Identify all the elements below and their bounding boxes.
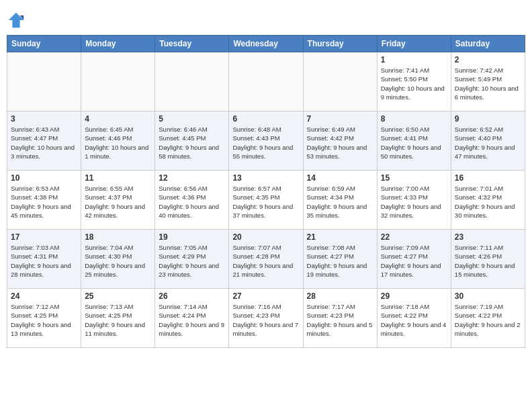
day-info: Sunrise: 6:45 AM Sunset: 4:46 PM Dayligh… — [85, 125, 151, 161]
day-info: Sunrise: 6:50 AM Sunset: 4:41 PM Dayligh… — [381, 125, 447, 161]
day-number: 21 — [307, 232, 373, 242]
week-row-4: 17Sunrise: 7:03 AM Sunset: 4:31 PM Dayli… — [7, 230, 525, 289]
day-info: Sunrise: 7:00 AM Sunset: 4:33 PM Dayligh… — [381, 184, 447, 220]
day-number: 15 — [381, 173, 447, 183]
logo — [7, 11, 28, 30]
day-number: 30 — [455, 291, 521, 301]
day-cell: 19Sunrise: 7:05 AM Sunset: 4:29 PM Dayli… — [155, 230, 229, 289]
day-number: 4 — [85, 114, 151, 124]
day-info: Sunrise: 7:08 AM Sunset: 4:27 PM Dayligh… — [307, 243, 373, 279]
day-cell — [155, 52, 229, 111]
day-info: Sunrise: 7:18 AM Sunset: 4:22 PM Dayligh… — [381, 302, 447, 338]
day-info: Sunrise: 7:16 AM Sunset: 4:23 PM Dayligh… — [232, 302, 299, 338]
day-number: 18 — [85, 232, 151, 242]
day-number: 14 — [307, 173, 373, 183]
day-cell: 5Sunrise: 6:46 AM Sunset: 4:45 PM Daylig… — [155, 111, 229, 171]
calendar: SundayMondayTuesdayWednesdayThursdayFrid… — [7, 35, 525, 348]
day-cell: 27Sunrise: 7:16 AM Sunset: 4:23 PM Dayli… — [229, 289, 303, 348]
day-number: 2 — [455, 55, 521, 64]
day-info: Sunrise: 6:46 AM Sunset: 4:45 PM Dayligh… — [159, 125, 225, 161]
week-row-1: 1Sunrise: 7:41 AM Sunset: 5:50 PM Daylig… — [7, 52, 525, 111]
weekday-header-friday: Friday — [377, 36, 451, 52]
day-cell: 12Sunrise: 6:56 AM Sunset: 4:36 PM Dayli… — [155, 171, 229, 230]
week-row-3: 10Sunrise: 6:53 AM Sunset: 4:38 PM Dayli… — [7, 171, 525, 230]
week-row-5: 24Sunrise: 7:12 AM Sunset: 4:25 PM Dayli… — [7, 289, 525, 348]
day-number: 20 — [232, 232, 299, 242]
day-number: 8 — [381, 114, 447, 124]
day-info: Sunrise: 6:59 AM Sunset: 4:34 PM Dayligh… — [307, 184, 373, 220]
day-info: Sunrise: 7:09 AM Sunset: 4:27 PM Dayligh… — [381, 243, 447, 279]
day-cell: 8Sunrise: 6:50 AM Sunset: 4:41 PM Daylig… — [377, 111, 451, 171]
day-cell: 3Sunrise: 6:43 AM Sunset: 4:47 PM Daylig… — [7, 111, 81, 171]
weekday-header-sunday: Sunday — [7, 36, 81, 52]
day-cell: 26Sunrise: 7:14 AM Sunset: 4:24 PM Dayli… — [155, 289, 229, 348]
day-cell: 14Sunrise: 6:59 AM Sunset: 4:34 PM Dayli… — [303, 171, 377, 230]
day-info: Sunrise: 6:49 AM Sunset: 4:42 PM Dayligh… — [307, 125, 373, 161]
day-number: 19 — [159, 232, 225, 242]
day-cell: 13Sunrise: 6:57 AM Sunset: 4:35 PM Dayli… — [229, 171, 303, 230]
day-cell: 28Sunrise: 7:17 AM Sunset: 4:23 PM Dayli… — [303, 289, 377, 348]
day-number: 22 — [381, 232, 447, 242]
day-info: Sunrise: 7:01 AM Sunset: 4:32 PM Dayligh… — [455, 184, 521, 220]
weekday-header-thursday: Thursday — [303, 36, 377, 52]
weekday-header-monday: Monday — [81, 36, 155, 52]
day-cell: 25Sunrise: 7:13 AM Sunset: 4:25 PM Dayli… — [81, 289, 155, 348]
day-number: 17 — [11, 232, 77, 242]
day-cell — [81, 52, 155, 111]
day-number: 12 — [159, 173, 225, 183]
day-cell: 16Sunrise: 7:01 AM Sunset: 4:32 PM Dayli… — [451, 171, 525, 230]
day-cell: 17Sunrise: 7:03 AM Sunset: 4:31 PM Dayli… — [7, 230, 81, 289]
weekday-header-wednesday: Wednesday — [229, 36, 303, 52]
page-header — [7, 7, 525, 30]
weekday-header-tuesday: Tuesday — [155, 36, 229, 52]
day-cell — [229, 52, 303, 111]
day-cell — [303, 52, 377, 111]
week-row-2: 3Sunrise: 6:43 AM Sunset: 4:47 PM Daylig… — [7, 111, 525, 171]
day-cell: 15Sunrise: 7:00 AM Sunset: 4:33 PM Dayli… — [377, 171, 451, 230]
day-cell: 11Sunrise: 6:55 AM Sunset: 4:37 PM Dayli… — [81, 171, 155, 230]
day-number: 24 — [11, 291, 77, 301]
day-cell: 4Sunrise: 6:45 AM Sunset: 4:46 PM Daylig… — [81, 111, 155, 171]
day-info: Sunrise: 6:48 AM Sunset: 4:43 PM Dayligh… — [232, 125, 299, 161]
day-cell — [7, 52, 81, 111]
day-info: Sunrise: 7:41 AM Sunset: 5:50 PM Dayligh… — [381, 66, 447, 101]
weekday-header-row: SundayMondayTuesdayWednesdayThursdayFrid… — [7, 36, 525, 52]
day-cell: 18Sunrise: 7:04 AM Sunset: 4:30 PM Dayli… — [81, 230, 155, 289]
day-info: Sunrise: 7:04 AM Sunset: 4:30 PM Dayligh… — [85, 243, 151, 279]
day-info: Sunrise: 6:56 AM Sunset: 4:36 PM Dayligh… — [159, 184, 225, 220]
day-info: Sunrise: 6:53 AM Sunset: 4:38 PM Dayligh… — [11, 184, 77, 220]
day-info: Sunrise: 6:55 AM Sunset: 4:37 PM Dayligh… — [85, 184, 151, 220]
day-number: 26 — [159, 291, 225, 301]
day-cell: 20Sunrise: 7:07 AM Sunset: 4:28 PM Dayli… — [229, 230, 303, 289]
day-cell: 24Sunrise: 7:12 AM Sunset: 4:25 PM Dayli… — [7, 289, 81, 348]
day-number: 29 — [381, 291, 447, 301]
day-number: 5 — [159, 114, 225, 124]
day-cell: 30Sunrise: 7:19 AM Sunset: 4:22 PM Dayli… — [451, 289, 525, 348]
day-number: 7 — [307, 114, 373, 124]
day-info: Sunrise: 7:05 AM Sunset: 4:29 PM Dayligh… — [159, 243, 225, 279]
logo-icon — [7, 11, 26, 30]
day-number: 11 — [85, 173, 151, 183]
day-cell: 9Sunrise: 6:52 AM Sunset: 4:40 PM Daylig… — [451, 111, 525, 171]
day-number: 9 — [455, 114, 521, 124]
day-info: Sunrise: 7:19 AM Sunset: 4:22 PM Dayligh… — [455, 302, 521, 338]
day-number: 28 — [307, 291, 373, 301]
day-cell: 23Sunrise: 7:11 AM Sunset: 4:26 PM Dayli… — [451, 230, 525, 289]
day-cell: 21Sunrise: 7:08 AM Sunset: 4:27 PM Dayli… — [303, 230, 377, 289]
day-number: 16 — [455, 173, 521, 183]
day-cell: 1Sunrise: 7:41 AM Sunset: 5:50 PM Daylig… — [377, 52, 451, 111]
day-info: Sunrise: 6:57 AM Sunset: 4:35 PM Dayligh… — [232, 184, 299, 220]
weekday-header-saturday: Saturday — [451, 36, 525, 52]
svg-marker-0 — [9, 13, 24, 28]
day-cell: 2Sunrise: 7:42 AM Sunset: 5:49 PM Daylig… — [451, 52, 525, 111]
day-info: Sunrise: 7:12 AM Sunset: 4:25 PM Dayligh… — [11, 302, 77, 338]
day-info: Sunrise: 6:52 AM Sunset: 4:40 PM Dayligh… — [455, 125, 521, 161]
day-info: Sunrise: 7:13 AM Sunset: 4:25 PM Dayligh… — [85, 302, 151, 338]
day-number: 1 — [381, 55, 447, 64]
day-number: 10 — [11, 173, 77, 183]
day-cell: 7Sunrise: 6:49 AM Sunset: 4:42 PM Daylig… — [303, 111, 377, 171]
day-info: Sunrise: 7:17 AM Sunset: 4:23 PM Dayligh… — [307, 302, 373, 338]
day-cell: 10Sunrise: 6:53 AM Sunset: 4:38 PM Dayli… — [7, 171, 81, 230]
day-info: Sunrise: 7:11 AM Sunset: 4:26 PM Dayligh… — [455, 243, 521, 279]
day-number: 25 — [85, 291, 151, 301]
